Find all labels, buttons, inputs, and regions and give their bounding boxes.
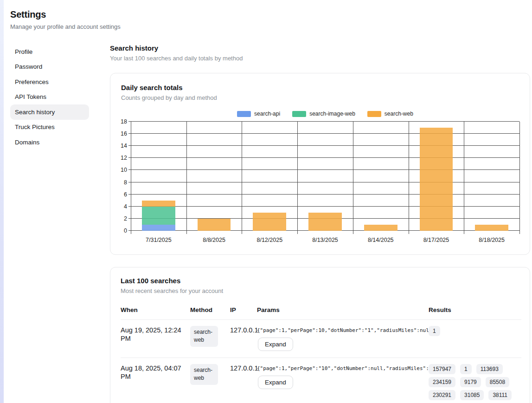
searches-card-subtitle: Most recent searches for your account bbox=[121, 287, 521, 294]
legend-label: search-web bbox=[385, 110, 413, 117]
x-axis-label: 8/13/2025 bbox=[297, 231, 353, 243]
result-count-badge: 234159 bbox=[429, 377, 455, 387]
bar-stack-8/14/2025 bbox=[364, 122, 397, 231]
sidebar-item-api-tokens[interactable]: API Tokens bbox=[10, 90, 89, 105]
y-axis-label: 10 bbox=[121, 167, 127, 173]
searches-table-body: Aug 19, 2025, 12:24 PMsearch-web127.0.0.… bbox=[121, 320, 521, 403]
col-header-when: When bbox=[121, 306, 190, 313]
chart-column-line bbox=[186, 122, 187, 234]
sidebar-item-domains[interactable]: Domains bbox=[10, 135, 89, 150]
y-axis-label: 18 bbox=[121, 118, 127, 125]
searches-card-title: Last 100 searches bbox=[121, 277, 521, 285]
results-cell: 1 bbox=[429, 326, 521, 336]
when-text: Aug 18, 2025, 04:07 PM bbox=[121, 364, 181, 380]
settings-sidebar: ProfilePasswordPreferencesAPI TokensSear… bbox=[10, 44, 89, 150]
expand-button[interactable]: Expand bbox=[258, 376, 293, 389]
when-text: Aug 19, 2025, 12:24 PM bbox=[121, 326, 181, 342]
chart-column-line bbox=[131, 122, 131, 234]
table-header-row: When Method IP Params Results bbox=[121, 306, 521, 320]
when-cell: Aug 18, 2025, 04:07 PM bbox=[121, 364, 190, 381]
ip-text: 127.0.0.1 bbox=[230, 364, 258, 372]
bar-segment-search-web bbox=[253, 213, 286, 231]
expand-button[interactable]: Expand bbox=[258, 338, 293, 351]
col-header-method: Method bbox=[190, 306, 230, 313]
chart-column-line bbox=[409, 122, 409, 234]
y-axis-label: 0 bbox=[124, 228, 127, 234]
window-edge-strip bbox=[0, 0, 4, 403]
legend-item-search-api: search-api bbox=[237, 110, 280, 117]
chart-column-line bbox=[353, 122, 353, 234]
bar-stack-8/17/2025 bbox=[420, 122, 453, 231]
daily-search-totals-card: Daily search totals Counts grouped by da… bbox=[110, 73, 530, 255]
x-axis-label: 8/8/2025 bbox=[186, 231, 242, 243]
col-header-results: Results bbox=[429, 306, 521, 313]
bar-segment-search-image-web bbox=[142, 207, 175, 225]
params-cell: {"page":1,"perPage":"10","dotNumber":nul… bbox=[257, 364, 429, 389]
col-header-params: Params bbox=[257, 306, 429, 313]
legend-label: search-image-web bbox=[309, 110, 355, 117]
x-axis-label: 8/17/2025 bbox=[409, 231, 464, 243]
chart-plot bbox=[131, 122, 519, 231]
chart-card-title: Daily search totals bbox=[121, 84, 519, 91]
sidebar-item-profile[interactable]: Profile bbox=[10, 44, 89, 59]
result-count-badge: 1 bbox=[429, 326, 440, 336]
bar-segment-search-web bbox=[308, 213, 342, 231]
chart-x-axis: 7/31/20258/8/20258/12/20258/13/20258/14/… bbox=[131, 231, 519, 243]
sidebar-item-truck-pictures[interactable]: Truck Pictures bbox=[10, 120, 89, 135]
col-header-ip: IP bbox=[230, 306, 257, 313]
daily-totals-chart: 024681012141618 bbox=[121, 122, 519, 231]
ip-text: 127.0.0.1 bbox=[230, 326, 258, 334]
page-subtitle: Manage your profile and account settings bbox=[10, 23, 121, 30]
bar-stack-8/18/2025 bbox=[475, 122, 508, 231]
result-count-badge: 1 bbox=[460, 364, 472, 374]
chart-column-line bbox=[464, 122, 464, 234]
sidebar-item-password[interactable]: Password bbox=[10, 59, 89, 75]
params-json: {"page":1,"perPage":10,"dotNumber":"1","… bbox=[257, 326, 429, 333]
legend-item-search-image-web: search-image-web bbox=[292, 110, 355, 117]
page-header: Settings Manage your profile and account… bbox=[10, 9, 121, 30]
section-subtitle: Your last 100 searches and daily totals … bbox=[110, 55, 530, 62]
results-cell: 1579471113693234159917985508230291310853… bbox=[429, 364, 521, 403]
bar-stack-8/13/2025 bbox=[308, 122, 342, 231]
y-axis-label: 14 bbox=[121, 143, 127, 149]
table-row: Aug 19, 2025, 12:24 PMsearch-web127.0.0.… bbox=[121, 320, 521, 358]
y-axis-label: 8 bbox=[124, 179, 127, 186]
params-cell: {"page":1,"perPage":10,"dotNumber":"1","… bbox=[257, 326, 429, 351]
method-cell: search-web bbox=[190, 364, 230, 385]
sidebar-item-search-history[interactable]: Search history bbox=[10, 104, 89, 120]
result-count-badge: 9179 bbox=[460, 377, 481, 387]
method-cell: search-web bbox=[190, 326, 230, 347]
sidebar-item-preferences[interactable]: Preferences bbox=[10, 74, 89, 90]
bar-segment-search-web bbox=[364, 225, 397, 231]
y-axis-label: 12 bbox=[121, 155, 127, 161]
ip-cell: 127.0.0.1 bbox=[230, 364, 257, 372]
chart-column-line bbox=[519, 122, 520, 234]
main-content: Search history Your last 100 searches an… bbox=[110, 44, 530, 403]
table-row: Aug 18, 2025, 04:07 PMsearch-web127.0.0.… bbox=[121, 358, 521, 403]
bar-stack-7/31/2025 bbox=[142, 122, 175, 231]
result-count-badge: 113693 bbox=[476, 364, 503, 374]
legend-swatch-search-web bbox=[367, 111, 381, 117]
chart-card-subtitle: Counts grouped by day and method bbox=[121, 94, 519, 101]
method-badge: search-web bbox=[190, 326, 218, 347]
legend-item-search-web: search-web bbox=[367, 110, 413, 117]
legend-swatch-search-image-web bbox=[292, 111, 306, 117]
settings-page: Settings Manage your profile and account… bbox=[0, 0, 532, 403]
method-badge: search-web bbox=[190, 364, 218, 385]
chart-column-line bbox=[242, 122, 242, 234]
result-count-badge: 85508 bbox=[486, 377, 509, 387]
x-axis-label: 8/18/2025 bbox=[464, 231, 519, 243]
bar-stack-8/8/2025 bbox=[198, 122, 231, 231]
params-json: {"page":1,"perPage":"10","dotNumber":nul… bbox=[257, 364, 429, 371]
y-axis-label: 2 bbox=[124, 215, 127, 222]
bar-segment-search-api bbox=[142, 225, 175, 231]
x-axis-label: 7/31/2025 bbox=[131, 231, 186, 243]
when-cell: Aug 19, 2025, 12:24 PM bbox=[121, 326, 190, 343]
bar-segment-search-web bbox=[142, 201, 175, 207]
chart-y-axis: 024681012141618 bbox=[121, 122, 131, 231]
y-axis-label: 6 bbox=[124, 191, 127, 198]
ip-cell: 127.0.0.1 bbox=[230, 326, 257, 334]
bar-stack-8/12/2025 bbox=[253, 122, 286, 231]
chart-column-line bbox=[297, 122, 298, 234]
chart-legend: search-apisearch-image-websearch-web bbox=[131, 110, 519, 117]
